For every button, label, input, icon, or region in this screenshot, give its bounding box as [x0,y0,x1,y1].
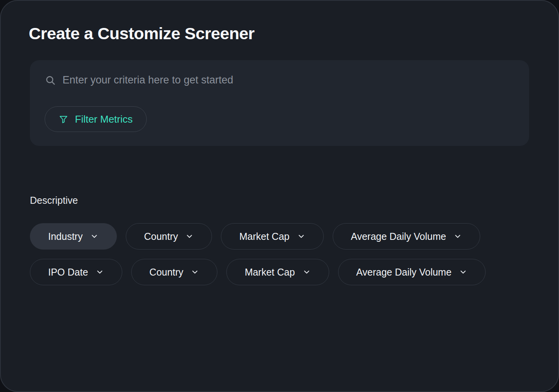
chevron-down-icon [302,268,311,276]
chip-label: Market Cap [239,231,289,242]
chip-row-1: Industry Country Market Cap [30,223,529,250]
chip-market-cap[interactable]: Market Cap [221,223,323,250]
chevron-down-icon [453,232,462,241]
chip-ipo-date[interactable]: IPO Date [30,259,122,285]
funnel-icon [59,114,68,124]
chip-average-daily-volume[interactable]: Average Daily Volume [338,259,486,285]
chip-country[interactable]: Country [126,223,212,250]
chip-label: IPO Date [48,267,88,278]
chip-label: Average Daily Volume [356,267,452,278]
metric-chip-rows: Industry Country Market Cap [30,223,529,285]
chip-label: Industry [48,231,83,242]
chip-country[interactable]: Country [131,259,218,285]
search-icon [45,75,56,86]
chip-label: Average Daily Volume [351,231,446,242]
filter-metrics-button[interactable]: Filter Metrics [45,106,147,132]
screener-content: Create a Customize Screener Filter M [1,24,558,285]
chevron-down-icon [90,232,99,241]
chevron-down-icon [191,268,199,276]
chip-label: Country [149,267,184,278]
chip-label: Market Cap [245,267,295,278]
section-label-descriptive: Descriptive [30,195,529,206]
chevron-down-icon [297,232,306,241]
search-row [45,73,514,88]
chevron-down-icon [459,268,467,276]
criteria-panel: Filter Metrics [30,60,529,146]
filter-metrics-label: Filter Metrics [75,113,133,125]
chevron-down-icon [185,232,194,241]
chip-market-cap[interactable]: Market Cap [226,259,329,285]
criteria-search-input[interactable] [62,73,514,88]
screener-window: Create a Customize Screener Filter M [0,0,559,392]
chip-industry[interactable]: Industry [30,223,117,250]
chip-row-2: IPO Date Country Market Cap [30,259,529,285]
page-title: Create a Customize Screener [29,24,529,43]
chip-average-daily-volume[interactable]: Average Daily Volume [333,223,481,250]
chevron-down-icon [95,268,104,276]
chip-label: Country [144,231,178,242]
